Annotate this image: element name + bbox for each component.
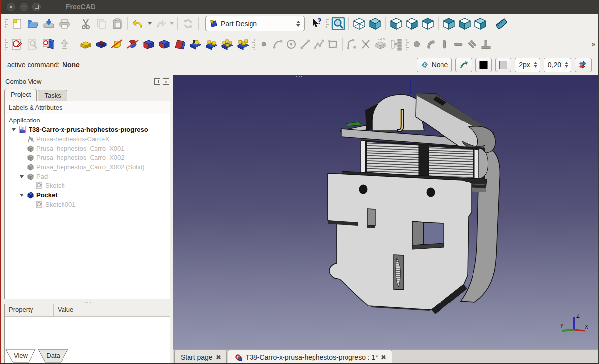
revolution-button[interactable] (109, 36, 125, 52)
tab-tasks[interactable]: Tasks (38, 90, 67, 101)
value-column-header[interactable]: Value (54, 304, 77, 316)
new-sketch-button[interactable] (9, 36, 25, 52)
multitransform-button[interactable] (235, 36, 251, 52)
new-document-button[interactable] (9, 16, 25, 31)
toolbar-drag-handle[interactable] (252, 39, 255, 50)
constraint-coincident-button[interactable] (410, 37, 424, 51)
draft-button[interactable] (172, 36, 188, 52)
maximize-window-icon[interactable] (32, 3, 41, 11)
minimize-window-icon[interactable]: − (20, 3, 28, 11)
expand-arrow-icon[interactable] (11, 128, 16, 131)
whats-this-button[interactable]: ? (309, 16, 324, 31)
tab-document[interactable]: T38-Carro-x-prusa-hephestos-progreso : 1… (228, 350, 392, 364)
refresh-button[interactable] (180, 16, 196, 31)
tree-item-sketch[interactable]: Sketch (5, 181, 170, 190)
view-front-button[interactable] (388, 16, 404, 31)
tab-view[interactable]: View (5, 349, 36, 363)
pocket-button[interactable] (94, 36, 109, 52)
external-geometry-button[interactable] (373, 36, 388, 52)
toolbar-drag-handle[interactable] (5, 39, 8, 50)
tab-start-page[interactable]: Start page (174, 350, 227, 364)
sketch-circle-button[interactable] (284, 37, 298, 51)
property-column-header[interactable]: Property (5, 304, 54, 316)
workbench-selector[interactable]: Part Design (205, 16, 305, 31)
toolbar-drag-handle[interactable] (326, 18, 329, 29)
pad-button[interactable] (78, 36, 94, 52)
sketch-rectangle-button[interactable] (326, 37, 340, 51)
sketch-polyline-button[interactable] (312, 37, 326, 51)
leave-sketch-button[interactable] (57, 36, 72, 52)
view-right-button[interactable] (420, 16, 436, 31)
undo-dropdown[interactable] (146, 16, 153, 31)
groove-button[interactable] (125, 36, 141, 52)
tree-item-sketch[interactable]: Sketch001 (5, 200, 170, 209)
sketch-line-button[interactable] (298, 37, 312, 51)
constraint-parallel-button[interactable] (465, 37, 479, 51)
toolbar-drag-handle[interactable] (5, 18, 8, 29)
view-rear-button[interactable] (441, 16, 457, 31)
constraint-horizontal-button[interactable] (451, 37, 465, 51)
fillet-button[interactable] (141, 36, 157, 52)
mirrored-button[interactable] (188, 36, 204, 52)
splitter-handle[interactable] (296, 76, 302, 77)
close-panel-icon[interactable]: × (163, 78, 169, 85)
open-file-button[interactable] (25, 16, 41, 31)
view-sketch-button[interactable] (25, 36, 41, 52)
constraint-tangent-button[interactable] (424, 37, 438, 51)
view-axonometric-button[interactable] (367, 16, 383, 31)
close-window-icon[interactable]: × (7, 3, 15, 11)
close-tab-icon[interactable] (381, 355, 386, 360)
tree-item-solid[interactable]: Prusa_hephestos_Carro_X002 (Solid) (5, 162, 170, 172)
polar-pattern-button[interactable] (220, 36, 235, 52)
apply-style-button[interactable] (575, 58, 592, 72)
toolbar-drag-handle[interactable] (406, 39, 409, 50)
tree-item-mesh[interactable]: Prusa-hephestos-Carro-X (5, 134, 170, 144)
save-button[interactable] (41, 16, 57, 31)
tree-item-document[interactable]: T38-Carro-x-prusa-hephestos-progreso (5, 125, 170, 134)
redo-button[interactable] (153, 16, 168, 31)
view-left-button[interactable] (473, 16, 488, 31)
tree-item-pocket[interactable]: Pocket (5, 190, 170, 200)
line-width-spinbox[interactable]: 2px (515, 58, 540, 72)
measure-distance-button[interactable] (494, 16, 509, 31)
redo-dropdown[interactable] (168, 16, 175, 31)
text-size-spinbox[interactable]: 0,20 (544, 58, 571, 72)
view-top-button[interactable] (404, 16, 420, 31)
sketch-fillet-button[interactable] (345, 37, 359, 51)
undo-button[interactable] (130, 16, 146, 31)
tree-item-solid[interactable]: Prusa_hephestos_Carro_X002 (5, 153, 170, 162)
map-sketch-to-face-button[interactable] (41, 36, 57, 52)
tree-item-application[interactable]: Application (5, 116, 170, 125)
panel-splitter-handle[interactable] (1, 300, 173, 304)
toolbar-overflow-chevron[interactable]: » (592, 40, 596, 48)
3d-model[interactable]: J (315, 78, 512, 320)
tree-item-solid[interactable]: Prusa_hephestos_Carro_X001 (5, 144, 170, 153)
print-button[interactable] (57, 16, 72, 31)
constraint-vertical-button[interactable] (438, 37, 451, 51)
close-tab-icon[interactable] (216, 355, 221, 360)
sketch-arc-button[interactable] (271, 37, 284, 51)
tab-data[interactable]: Data (38, 349, 68, 363)
float-panel-icon[interactable] (154, 78, 160, 85)
draw-style-button[interactable] (351, 16, 367, 31)
line-color-button[interactable] (475, 58, 492, 72)
expand-arrow-icon[interactable] (19, 194, 24, 197)
constraint-perpendicular-button[interactable] (479, 37, 493, 51)
chamfer-button[interactable] (157, 36, 172, 52)
linear-pattern-button[interactable] (204, 36, 220, 52)
3d-viewport[interactable]: J (173, 75, 598, 349)
view-bottom-button[interactable] (457, 16, 473, 31)
cut-button[interactable] (78, 16, 94, 31)
fit-all-button[interactable] (330, 16, 346, 31)
face-color-button[interactable] (495, 58, 511, 72)
sketch-point-button[interactable] (257, 37, 271, 51)
copy-button[interactable] (94, 16, 109, 31)
workbench-spinner[interactable] (295, 21, 301, 27)
construction-mode-button[interactable] (388, 36, 404, 52)
tree-item-pad[interactable]: Pad (5, 172, 170, 181)
paste-button[interactable] (109, 16, 125, 31)
expand-arrow-icon[interactable] (19, 175, 24, 178)
autogroup-button[interactable]: None (417, 58, 452, 72)
sketch-trim-button[interactable] (359, 37, 373, 51)
set-style-button[interactable] (455, 58, 472, 72)
